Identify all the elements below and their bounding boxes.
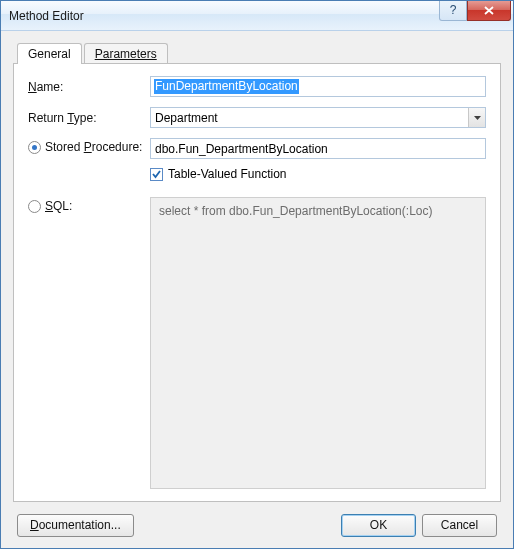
general-panel: Name: FunDepartmentByLocation Return Typ… <box>13 63 501 502</box>
ok-button[interactable]: OK <box>341 514 416 537</box>
documentation-button[interactable]: Documentation... <box>17 514 134 537</box>
help-button[interactable]: ? <box>439 1 467 21</box>
sql-label: SQL: <box>45 199 72 213</box>
close-icon <box>484 6 494 15</box>
help-icon: ? <box>450 3 457 17</box>
method-editor-window: Method Editor ? General Parameters <box>0 0 514 549</box>
tab-parameters[interactable]: Parameters <box>84 43 168 63</box>
return-type-label: Return Type: <box>28 111 97 125</box>
titlebar-buttons: ? <box>439 1 511 21</box>
tvf-row: Table-Valued Function <box>150 167 486 181</box>
row-return-type: Return Type: <box>28 107 486 128</box>
window-title: Method Editor <box>9 9 439 23</box>
tvf-checkbox[interactable] <box>150 168 163 181</box>
row-name: Name: FunDepartmentByLocation <box>28 76 486 97</box>
close-button[interactable] <box>467 1 511 21</box>
tab-general-label: General <box>28 47 71 61</box>
stored-procedure-input[interactable] <box>150 138 486 159</box>
check-icon <box>151 169 162 180</box>
tab-general[interactable]: General <box>17 43 82 64</box>
tvf-label: Table-Valued Function <box>168 167 287 181</box>
tab-parameters-label: Parameters <box>95 47 157 61</box>
titlebar: Method Editor ? <box>1 1 513 31</box>
chevron-down-icon <box>474 116 481 120</box>
return-type-value[interactable] <box>150 107 486 128</box>
button-bar: Documentation... OK Cancel <box>13 502 501 548</box>
stored-procedure-radio[interactable] <box>28 141 41 154</box>
tab-row: General Parameters <box>17 43 501 63</box>
sql-textarea[interactable]: select * from dbo.Fun_DepartmentByLocati… <box>150 197 486 489</box>
return-type-select[interactable] <box>150 107 486 128</box>
stored-procedure-label: Stored Procedure: <box>45 140 142 154</box>
row-stored-procedure: Stored Procedure: Table-Valued Function <box>28 138 486 181</box>
client-area: General Parameters Name: FunDepartmentBy… <box>1 31 513 548</box>
cancel-button[interactable]: Cancel <box>422 514 497 537</box>
return-type-dropdown-button[interactable] <box>468 108 485 127</box>
name-input[interactable] <box>150 76 486 97</box>
sql-radio[interactable] <box>28 200 41 213</box>
row-sql: SQL: select * from dbo.Fun_DepartmentByL… <box>28 197 486 489</box>
name-label: Name: <box>28 80 63 94</box>
